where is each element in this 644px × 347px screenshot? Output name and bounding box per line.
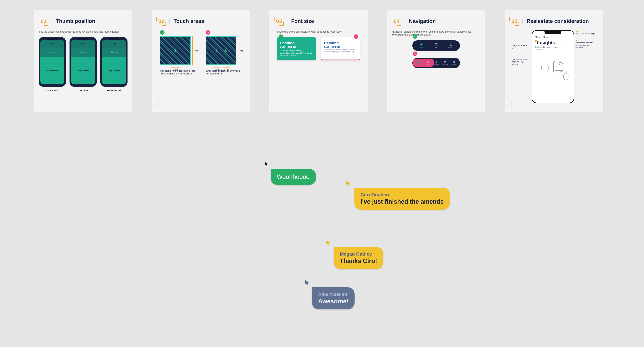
dimension-h-label-b: 24px	[224, 68, 229, 71]
re-note-hierarchy: Header and body text create a structural…	[576, 42, 596, 49]
svg-point-1	[216, 50, 217, 51]
cursor-user-2[interactable]	[326, 240, 331, 246]
card-dotted-baseline	[387, 106, 485, 107]
nav-item-label: Mail	[426, 64, 429, 66]
nav-item-favourite[interactable]: Favourite	[440, 60, 449, 66]
fontsize-examples: ✓ Heading Sub-Headline Lorem ipsum dolor…	[274, 37, 362, 60]
re-heading-text: Insights	[537, 40, 555, 45]
cursor-user-3[interactable]	[304, 280, 310, 286]
card-index: 04	[392, 17, 401, 26]
zone-easy-label: Easy to reach	[40, 57, 64, 84]
svg-point-5	[436, 61, 436, 62]
nav-item-insights[interactable]: Insights	[449, 60, 458, 66]
card-index-separator	[522, 19, 523, 24]
hamburger-icon[interactable]	[568, 36, 571, 38]
cursor-pointer-icon	[264, 162, 269, 166]
phone-left: Hard Stretching Easy to reach Left Hand	[39, 37, 66, 92]
arrows-up-decoration	[387, 98, 406, 112]
re-phone-mock: Make it Clear Insights Articles, opinion…	[532, 30, 574, 103]
mail-icon	[434, 43, 438, 46]
cursor-pointer-icon	[346, 181, 351, 186]
chat-user-name: Albert Selimi	[318, 292, 348, 297]
cursor-user-1[interactable]	[346, 181, 351, 186]
card-header: 03 Font size	[274, 17, 362, 26]
zone-easy-label: Easy to reach	[71, 57, 95, 84]
nav-item-account[interactable]: Account	[444, 43, 458, 48]
insight-illustration	[535, 53, 572, 84]
navbar-bad: ✕ Home Mail Account Favourite	[412, 58, 460, 68]
chat-bubble-user-2[interactable]: Megan Cattley Thanks Ciro!	[334, 247, 383, 269]
svg-rect-13	[557, 58, 565, 69]
card-touch-areas[interactable]: 02 Touch areas ✓ 48px 24px	[152, 10, 250, 112]
phone-combined: Hard Stretching Easy to reach Combined	[70, 37, 97, 92]
re-note-margin: Margin 15px Each Side	[512, 44, 530, 49]
nav-item-mail[interactable]: Mail	[429, 43, 444, 48]
nav-item-home[interactable]: Home	[414, 60, 423, 66]
font-card-good: ✓ Heading Sub-Headline Lorem ipsum dolor…	[277, 37, 316, 60]
check-icon: ✓	[160, 30, 164, 34]
dimension-h-label-a: 24px	[214, 68, 219, 71]
card-index-number: 03	[276, 18, 282, 24]
nav-item-account[interactable]: Account	[432, 60, 440, 66]
font-subheading: Sub-Headline	[324, 45, 357, 48]
card-title: Thumb position	[56, 18, 95, 24]
card-index: 05	[510, 17, 519, 26]
re-right-notes: ◀— Top navigation 44-56 px ◀— Header and…	[576, 30, 596, 49]
card-index: 03	[274, 17, 283, 26]
target-area-bad	[206, 36, 236, 65]
zone-hard-label: Hard	[40, 40, 64, 48]
chat-bubble-user-1[interactable]: Ciro Guatieri I've just finished the ame…	[354, 188, 450, 210]
card-dotted-baseline	[34, 106, 132, 107]
check-icon: ✓	[413, 34, 417, 39]
card-dotted-baseline	[152, 106, 250, 107]
card-header: 02 Touch areas	[157, 17, 245, 26]
card-index-separator	[405, 19, 405, 24]
arrows-up-decoration	[152, 98, 170, 112]
card-navigation[interactable]: 04 Navigation Navigation panels should b…	[387, 10, 485, 112]
cursor-pointer-icon	[304, 280, 310, 286]
cross-icon: ✕	[413, 52, 417, 56]
chat-bubble-self[interactable]: Woohhoooo	[270, 169, 316, 185]
dimension-h-label: 24px	[173, 68, 178, 71]
card-font-size[interactable]: 03 Font size The following points are im…	[269, 10, 368, 112]
font-body-bad: Lorem ipsum dolor sit amet. Consectetur …	[324, 49, 357, 54]
user-icon	[213, 47, 220, 54]
arrows-up-decoration	[504, 98, 524, 112]
nav-item-home[interactable]: Home	[414, 43, 429, 48]
card-title: Font size	[291, 18, 314, 24]
zone-stretch-label: Stretching	[102, 48, 126, 57]
nav-item-label: Home	[420, 47, 423, 48]
arrows-up-decoration	[269, 98, 288, 112]
cursor-self[interactable]	[264, 162, 269, 166]
card-thumb-position[interactable]: 01 Thumb position See the visualisation …	[34, 10, 132, 112]
chat-bubble-user-3[interactable]: Albert Selimi Awesome!	[312, 287, 354, 309]
arrows-up-decoration	[34, 98, 53, 112]
nav-item-label: Account	[434, 64, 439, 66]
touch-caption-good: It's best practice to construct mobile i…	[160, 70, 196, 75]
card-index-separator	[170, 19, 170, 24]
dimension-v-label: 48px	[240, 49, 244, 52]
chat-user-name: Ciro Guatieri	[360, 192, 444, 198]
card-subtitle: Navigation panels should be clean and mi…	[392, 30, 480, 37]
nav-item-mail[interactable]: Mail	[423, 60, 432, 66]
card-index-separator	[52, 19, 52, 24]
chat-user-name: Megan Cattley	[340, 251, 377, 257]
re-phone-artwork	[532, 53, 574, 84]
card-index: 02	[157, 17, 166, 26]
navbar-good: ✓ Home Mail Account	[412, 40, 460, 51]
card-dotted-baseline	[269, 106, 368, 107]
mail-icon	[426, 60, 429, 63]
re-brand: Make it Clear	[535, 36, 548, 38]
user-icon	[222, 47, 229, 54]
cursor-pointer-icon	[326, 240, 331, 246]
zone-stretch-label: Stretching	[40, 48, 64, 57]
touch-examples: ✓ 48px 24px It's best practice to constr…	[157, 30, 245, 75]
card-dotted-baseline	[504, 106, 603, 107]
svg-point-2	[225, 50, 226, 51]
re-note-whitespace: Use of white space helps the page breath…	[512, 58, 530, 65]
zone-stretch-label: Stretching	[71, 48, 95, 57]
user-icon	[434, 60, 438, 63]
touch-caption-bad: Small touch targets can annoy and frustr…	[206, 70, 242, 75]
card-realestate[interactable]: 05 Realestate consideration Margin 15px …	[504, 10, 603, 112]
svg-rect-7	[454, 61, 454, 63]
